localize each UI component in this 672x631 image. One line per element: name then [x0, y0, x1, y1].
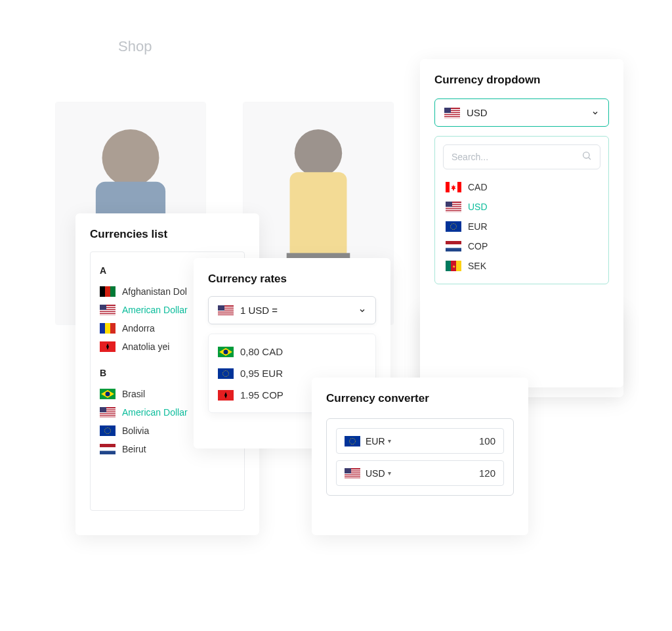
flag-icon: [100, 341, 116, 352]
svg-rect-28: [100, 416, 116, 418]
list-item-label: Anatolia yei: [122, 341, 169, 352]
list-item-label: American Dollar: [122, 305, 188, 315]
svg-point-4: [295, 129, 342, 177]
rate-row-label: 0,95 EUR: [240, 368, 283, 379]
svg-rect-70: [446, 248, 461, 251]
flag-icon: [218, 347, 234, 357]
svg-rect-58: [457, 182, 461, 192]
list-item-label: Brasil: [122, 389, 145, 399]
converter-box: EUR ▾ 100 USD ▾ 120: [326, 418, 514, 496]
list-item-label: Beirut: [122, 444, 146, 454]
svg-rect-66: [446, 221, 461, 232]
list-item-label: Afghanistan Dol: [122, 286, 187, 297]
flag-icon: [444, 108, 460, 118]
flag-icon: [218, 390, 234, 401]
svg-rect-82: [345, 477, 360, 479]
option-label: CAD: [468, 182, 488, 192]
svg-rect-8: [105, 286, 110, 297]
svg-rect-34: [100, 451, 116, 454]
svg-rect-5: [290, 172, 347, 259]
currency-converter-panel: Currency converter EUR ▾ 100 USD ▾ 120: [312, 378, 528, 535]
svg-rect-83: [345, 468, 351, 473]
svg-rect-64: [446, 211, 461, 212]
flag-icon: [100, 444, 116, 454]
svg-rect-30: [100, 425, 116, 436]
currency-rates-title: Currency rates: [208, 272, 376, 286]
svg-rect-51: [444, 115, 460, 116]
svg-rect-40: [218, 315, 234, 316]
flag-icon: [345, 436, 360, 446]
flag-icon: [100, 389, 116, 399]
svg-rect-14: [100, 312, 116, 313]
currencies-list-title: Currencies list: [90, 228, 245, 241]
search-wrap: [443, 144, 600, 169]
search-input[interactable]: [452, 152, 581, 162]
svg-point-43: [224, 349, 228, 354]
rate-row-label: 0,80 CAD: [240, 346, 283, 357]
svg-rect-80: [345, 473, 360, 475]
svg-rect-32: [100, 444, 116, 447]
flag-icon: [446, 221, 461, 232]
svg-text:★: ★: [452, 265, 455, 269]
rates-base-select[interactable]: 1 USD =: [208, 296, 376, 324]
svg-rect-15: [100, 314, 116, 315]
dropdown-open-panel: CAD USD EUR COP ★SEK: [434, 136, 609, 284]
svg-rect-29: [100, 407, 106, 412]
svg-rect-19: [110, 323, 116, 334]
svg-rect-27: [100, 414, 116, 416]
flag-icon: [345, 468, 360, 479]
rate-row-label: 1.95 COP: [240, 389, 284, 401]
search-icon: [581, 150, 592, 163]
flag-icon: [100, 323, 116, 334]
svg-rect-75: [345, 436, 360, 446]
svg-rect-41: [218, 305, 224, 311]
dropdown-option[interactable]: COP: [443, 236, 600, 256]
svg-point-22: [106, 392, 110, 397]
page-title: Shop: [118, 38, 152, 55]
option-label: SEK: [468, 261, 486, 271]
chevron-down-icon: ▾: [388, 469, 391, 477]
svg-rect-52: [444, 117, 460, 118]
svg-rect-18: [105, 323, 110, 334]
chevron-down-icon: [358, 307, 366, 315]
flag-icon: [100, 305, 116, 315]
dropdown-option[interactable]: CAD: [443, 177, 600, 197]
flag-icon: ★: [446, 261, 461, 271]
option-label: COP: [468, 241, 488, 251]
flag-icon: [218, 305, 234, 316]
currency-dropdown-title: Currency dropdown: [434, 74, 609, 87]
flag-icon: [218, 368, 234, 379]
dropdown-option[interactable]: EUR: [443, 217, 600, 236]
converter-row[interactable]: EUR ▾ 100: [336, 428, 504, 454]
svg-rect-7: [100, 286, 105, 297]
svg-rect-50: [444, 113, 460, 114]
dropdown-option[interactable]: USD: [443, 197, 600, 217]
svg-rect-63: [446, 209, 461, 210]
list-item-label: Bolivia: [122, 425, 149, 436]
rate-row[interactable]: 0,80 CAD: [218, 341, 366, 362]
svg-rect-9: [110, 286, 116, 297]
dropdown-option[interactable]: ★SEK: [443, 256, 600, 276]
rates-base-label: 1 USD =: [240, 305, 278, 316]
dropdown-selected-label: USD: [467, 107, 488, 118]
list-item-label: Andorra: [122, 323, 155, 334]
svg-rect-62: [446, 207, 461, 208]
svg-rect-26: [100, 412, 116, 414]
converter-row[interactable]: USD ▾ 120: [336, 460, 504, 486]
svg-line-55: [589, 158, 591, 160]
flag-icon: [446, 202, 461, 212]
dropdown-selected[interactable]: USD: [434, 98, 609, 127]
option-label: EUR: [468, 221, 488, 232]
flag-icon: [446, 182, 461, 192]
svg-rect-69: [446, 244, 461, 248]
svg-point-1: [102, 129, 159, 186]
svg-point-54: [583, 152, 589, 158]
currency-dropdown-panel: Currency dropdown USD CAD USD EUR COP ★S…: [420, 59, 623, 387]
flag-icon: [446, 241, 461, 251]
svg-rect-68: [446, 241, 461, 244]
svg-rect-73: [456, 261, 461, 271]
svg-rect-33: [100, 447, 116, 450]
currency-converter-title: Currency converter: [326, 392, 514, 405]
svg-rect-16: [100, 305, 106, 310]
flag-icon: [100, 425, 116, 436]
